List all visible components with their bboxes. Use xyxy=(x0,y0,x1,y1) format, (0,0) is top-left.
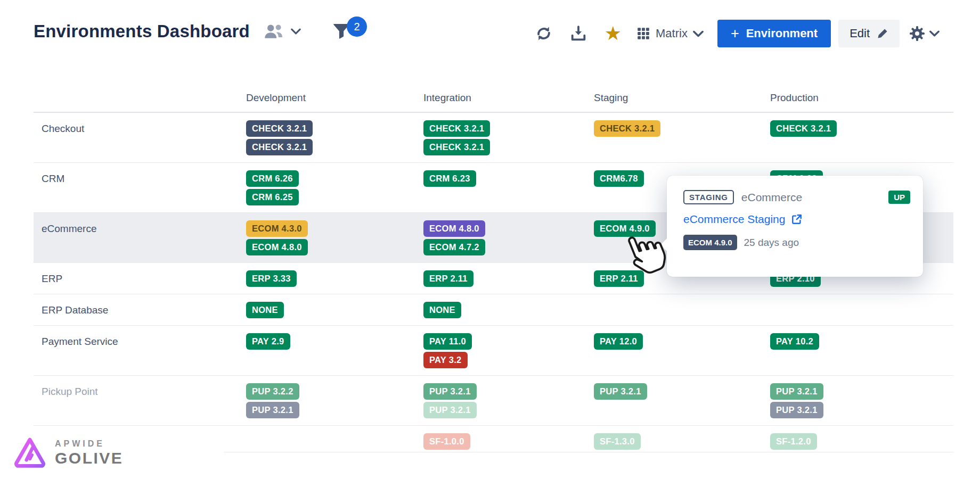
edit-button-label: Edit xyxy=(850,27,870,40)
version-badge[interactable]: NONE xyxy=(246,302,284,318)
version-badge[interactable]: PAY 3.2 xyxy=(423,352,468,368)
version-badge[interactable]: ERP 2.11 xyxy=(423,270,473,287)
version-badge[interactable]: ERP 3.33 xyxy=(246,270,297,287)
version-badge[interactable]: NONE xyxy=(423,302,461,318)
cell-staging: SF-1.3.0 xyxy=(594,433,770,450)
version-badge[interactable]: CHECK 3.2.1 xyxy=(423,139,490,155)
version-badge[interactable]: CHECK 3.2.1 xyxy=(594,120,660,137)
page-header: Environments Dashboard 2 xyxy=(34,21,351,42)
version-badge[interactable]: ECOM 4.8.0 xyxy=(246,239,308,255)
version-badge[interactable]: SF-1.3.0 xyxy=(594,433,641,450)
cell-development: ECOM 4.3.0ECOM 4.8.0 xyxy=(246,220,423,255)
column-header: Staging xyxy=(594,85,770,112)
environment-link[interactable]: eCommerce Staging xyxy=(683,213,803,226)
tooltip-deployment-info: ECOM 4.9.0 25 days ago xyxy=(683,235,910,250)
apwide-golive-logo: APWIDE GOLIVE xyxy=(12,434,123,472)
table-row: ERP Database NONE NONE xyxy=(34,294,953,326)
filter-button[interactable]: 2 xyxy=(332,22,351,41)
version-badge[interactable]: PAY 12.0 xyxy=(594,333,643,350)
cell-development: CHECK 3.2.1CHECK 3.2.1 xyxy=(246,120,423,155)
cell-integration: NONE xyxy=(423,302,594,318)
star-icon: ★ xyxy=(605,24,622,43)
version-badge[interactable]: SF-1.0.0 xyxy=(423,433,470,450)
version-badge[interactable]: CHECK 3.2.1 xyxy=(423,120,490,137)
table-row: Pickup Point PUP 3.2.2PUP 3.2.1 PUP 3.2.… xyxy=(34,376,953,426)
pencil-icon xyxy=(877,28,888,39)
environment-link-label: eCommerce Staging xyxy=(683,213,785,226)
tooltip-header: STAGING eCommerce UP xyxy=(683,190,910,204)
gear-icon xyxy=(909,25,926,42)
version-badge[interactable]: PUP 3.2.2 xyxy=(246,383,299,400)
cell-integration: CRM 6.23 xyxy=(423,170,594,205)
brand-name-top: APWIDE xyxy=(55,439,123,449)
filter-count-badge: 2 xyxy=(347,16,367,37)
download-button[interactable] xyxy=(567,24,590,43)
version-badge[interactable]: PAY 11.0 xyxy=(423,333,472,350)
cell-integration: CHECK 3.2.1CHECK 3.2.1 xyxy=(423,120,594,155)
version-badge[interactable]: ECOM 4.8.0 xyxy=(423,220,485,237)
edit-button[interactable]: Edit xyxy=(838,20,900,47)
application-label: ERP Database xyxy=(34,302,246,318)
application-label: ERP xyxy=(34,270,246,287)
table-row: Checkout CHECK 3.2.1CHECK 3.2.1 CHECK 3.… xyxy=(34,113,953,163)
cell-development: CRM 6.26CRM 6.25 xyxy=(246,170,423,205)
people-icon xyxy=(263,23,285,39)
favorite-star-button[interactable]: ★ xyxy=(602,24,624,43)
view-switcher[interactable]: Matrix xyxy=(636,27,704,40)
version-badge[interactable]: PUP 3.2.1 xyxy=(423,383,477,400)
cell-integration: ERP 2.11 xyxy=(423,270,594,287)
column-header: Integration xyxy=(423,85,594,112)
version-badge[interactable]: CRM 6.25 xyxy=(246,189,299,205)
cell-staging xyxy=(594,302,770,318)
shared-with-button[interactable] xyxy=(263,23,301,39)
version-badge[interactable]: CRM6.78 xyxy=(594,170,644,187)
status-badge: UP xyxy=(888,191,910,204)
logo-triangle-icon xyxy=(12,434,48,472)
plus-icon: + xyxy=(731,27,739,41)
deployed-version-badge: ECOM 4.9.0 xyxy=(683,235,737,250)
cell-development xyxy=(246,433,423,450)
cell-staging: PUP 3.2.1 xyxy=(594,383,770,418)
version-badge[interactable]: CHECK 3.2.1 xyxy=(246,120,313,137)
environment-category-badge: STAGING xyxy=(683,190,734,204)
version-badge[interactable]: ECOM 4.3.0 xyxy=(246,220,308,237)
grid-view-icon xyxy=(636,27,650,40)
cell-production: PAY 10.2 xyxy=(770,333,953,368)
version-badge[interactable]: PUP 3.2.1 xyxy=(770,402,823,418)
refresh-button[interactable] xyxy=(533,24,555,43)
settings-button[interactable] xyxy=(909,25,940,42)
application-label: CRM xyxy=(34,170,246,205)
view-chevron-icon xyxy=(693,30,704,37)
external-link-icon xyxy=(791,213,803,225)
add-environment-label: Environment xyxy=(746,27,818,40)
cell-integration: PAY 11.0PAY 3.2 xyxy=(423,333,594,368)
cell-production: PUP 3.2.1PUP 3.2.1 xyxy=(770,383,953,418)
deployed-time-ago: 25 days ago xyxy=(744,237,799,249)
toolbar: ★ Matrix + Environment Edit xyxy=(533,20,940,47)
version-badge[interactable]: PAY 10.2 xyxy=(770,333,819,350)
version-badge[interactable]: PUP 3.2.1 xyxy=(423,402,477,418)
add-environment-button[interactable]: + Environment xyxy=(717,20,831,47)
environment-tooltip: STAGING eCommerce UP eCommerce Staging E… xyxy=(667,176,923,277)
version-badge[interactable]: CRM 6.23 xyxy=(423,170,476,187)
version-badge[interactable]: CHECK 3.2.1 xyxy=(770,120,837,137)
cell-integration: PUP 3.2.1PUP 3.2.1 xyxy=(423,383,594,418)
application-label: Pickup Point xyxy=(34,383,246,418)
tooltip-application-name: eCommerce xyxy=(741,191,888,204)
version-badge[interactable]: PUP 3.2.1 xyxy=(246,402,299,418)
settings-chevron-icon xyxy=(929,30,940,37)
table-bottom-divider xyxy=(224,452,953,452)
version-badge[interactable]: CRM 6.26 xyxy=(246,170,299,187)
cell-staging: CHECK 3.2.1 xyxy=(594,120,770,155)
cell-integration: SF-1.0.0 xyxy=(423,433,594,450)
version-badge[interactable]: PUP 3.2.1 xyxy=(594,383,647,400)
version-badge[interactable]: PAY 2.9 xyxy=(246,333,290,350)
version-badge[interactable]: SF-1.2.0 xyxy=(770,433,817,450)
version-badge[interactable]: PUP 3.2.1 xyxy=(770,383,823,400)
application-label: eCommerce xyxy=(34,220,246,255)
cell-staging: PAY 12.0 xyxy=(594,333,770,368)
version-badge[interactable]: ECOM 4.7.2 xyxy=(423,239,485,255)
brand-name-bottom: GOLIVE xyxy=(55,450,123,467)
version-badge[interactable]: CHECK 3.2.1 xyxy=(246,139,313,155)
cell-production xyxy=(770,302,953,318)
